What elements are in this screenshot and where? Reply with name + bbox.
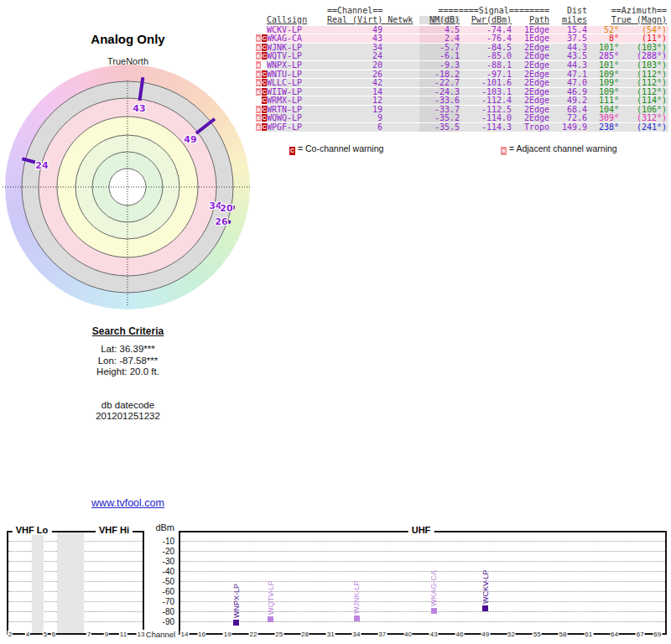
miles-cell: 37.5 (549, 34, 587, 43)
gridline (180, 611, 665, 612)
miles-cell: 47.0 (549, 79, 587, 87)
bar-callsign-label: WCKV-LP (481, 560, 491, 604)
virt-netwk-cell (382, 114, 419, 122)
power-dbm-cell: -114.0 (460, 114, 512, 122)
magnetic-azimuth-cell: (241°) (619, 123, 667, 132)
vhf-channel-tick: 2 (8, 631, 13, 638)
nm-db-cell: -33.7 (419, 106, 460, 114)
dbm-axis-title: dBm (144, 522, 174, 532)
adjacent-channel-badge: a (256, 114, 261, 122)
badge-spacer (256, 96, 261, 104)
adjacent-channel-badge: a (256, 70, 261, 78)
power-dbm-cell: -76.4 (460, 34, 512, 43)
vhf-channel-tick: 4 (25, 631, 30, 638)
uhf-channel-tick: 34 (352, 631, 362, 638)
signal-strength-chart: VHF Lo VHF Hi UHF dBm -10-20-30-40-50-60… (0, 520, 671, 644)
true-azimuth-cell: 8° (587, 34, 619, 43)
radar-channel-label: 24 (35, 160, 48, 171)
tvfool-link[interactable]: www.tvfool.com (91, 497, 164, 509)
true-azimuth-cell: 101° (587, 61, 619, 70)
real-channel-cell: 6 (327, 123, 382, 132)
path-cell: 1Edge (512, 26, 549, 34)
dbm-tick-label: -30 (144, 557, 174, 566)
real-channel-cell: 19 (327, 106, 382, 114)
real-channel-cell: 24 (327, 52, 382, 60)
real-channel-cell: 14 (327, 88, 382, 96)
true-azimuth-cell: 109° (587, 88, 619, 96)
uhf-channel-tick: 49 (481, 631, 490, 638)
callsign-cell: WNPX-LP (267, 61, 327, 70)
adjacent-channel-badge: a (256, 61, 261, 69)
magnetic-azimuth-cell: (11°) (619, 34, 667, 43)
callsign-cell: WLLC-LP (267, 79, 327, 87)
latitude-value: Lat: 36.39*** (0, 344, 256, 356)
magnetic-azimuth-cell: (103°) (619, 61, 667, 70)
azimuth-radar-plot: Analog Only TrueNorth N 434924342026 (0, 25, 256, 314)
uhf-panel (179, 531, 667, 635)
true-azimuth-cell: 52° (587, 26, 619, 34)
vhf-channel-tick: 7 (86, 631, 91, 638)
uhf-channel-tick: 43 (429, 631, 439, 638)
table-group-header: ==Channel== ========Signal======== Dist … (256, 7, 668, 16)
uhf-channel-tick: 16 (197, 631, 206, 638)
uhf-channel-tick: 31 (326, 631, 336, 638)
gridline (180, 581, 665, 582)
uhf-channel-tick: 28 (300, 631, 309, 638)
nm-db-cell: -18.2 (419, 70, 460, 79)
callsign-cell: WRMX-LP (267, 96, 327, 105)
path-cell: 2Edge (512, 106, 549, 114)
callsign-cell: WQTV-LP (267, 52, 327, 60)
table-row: aCWNTU-LP26-18.2-97.12Edge47.1109°(112°) (256, 70, 668, 79)
power-dbm-cell: -112.4 (460, 96, 512, 105)
true-azimuth-cell: 285° (587, 52, 619, 60)
vhf-lo-section-label: VHF Lo (13, 525, 52, 535)
height-value: Height: 20.0 ft. (0, 366, 256, 378)
path-cell: 2Edge (512, 114, 549, 122)
magnetic-azimuth-cell: (114°) (619, 96, 667, 105)
true-azimuth-cell: 238° (587, 123, 619, 132)
miles-cell: 44.3 (549, 61, 587, 70)
nm-db-cell: -9.3 (419, 61, 460, 70)
real-virt-column-header: Real (Virt) Netwk (327, 15, 413, 24)
spectrum-gap-band (57, 532, 84, 633)
signal-bar (482, 605, 488, 611)
uhf-channel-tick: 64 (610, 631, 619, 638)
miles-cell: 46.9 (549, 88, 587, 96)
co-channel-badge: C (289, 147, 295, 155)
search-criteria: Search Criteria Lat: 36.39*** Lon: -87.5… (0, 325, 256, 423)
true-azimuth-cell: 104° (587, 106, 619, 114)
vhf-channel-tick: 6 (51, 631, 56, 638)
real-channel-cell: 34 (327, 44, 382, 52)
dbm-tick-label: -10 (144, 537, 174, 546)
path-cell: Tropo (512, 123, 549, 132)
nm-db-cell: 4.5 (419, 26, 460, 34)
callsign-cell: WIIW-LP (267, 88, 327, 96)
signal-bar (431, 608, 437, 614)
vhf-channel-tick: 9 (104, 631, 109, 638)
bar-callsign-label: WNPX-LP (231, 574, 242, 618)
nm-db-cell: -35.5 (419, 123, 460, 132)
virt-netwk-cell (382, 96, 419, 105)
warning-legend: C = Co-channel warning a = Adjacent chan… (289, 143, 667, 154)
real-channel-cell: 20 (327, 61, 382, 70)
nm-db-cell: 2.4 (419, 34, 460, 43)
miles-cell: 68.4 (549, 106, 587, 114)
uhf-channel-tick: 69 (653, 631, 662, 638)
magnetic-azimuth-cell: (112°) (619, 88, 667, 96)
table-row: aCWPGF-LP6-35.5-114.3Tropo149.9238°(241°… (256, 123, 668, 132)
table-row: aCWQTV-LP24-6.1-85.02Edge43.5285°(288°) (256, 52, 668, 60)
co-channel-legend-text: = Co-channel warning (298, 143, 383, 153)
miles-cell: 49.2 (549, 96, 587, 105)
badge-spacer (256, 26, 261, 34)
power-dbm-cell: -101.6 (460, 79, 512, 87)
table-row: aCWRTN-LP19-33.7-112.52Edge68.4104°(106°… (256, 106, 668, 114)
warning-badges (256, 26, 267, 34)
nm-db-cell: -35.2 (419, 114, 460, 122)
adjacent-channel-badge: a (256, 106, 261, 113)
uhf-channel-tick: 22 (249, 631, 258, 638)
channel-axis-label: Channel (143, 630, 179, 639)
virt-netwk-cell (382, 79, 419, 87)
nm-db-cell: -6.1 (419, 52, 460, 60)
gridline (180, 601, 665, 602)
table-row: aWNPX-LP20-9.3-88.12Edge44.3101°(103°) (256, 61, 668, 70)
